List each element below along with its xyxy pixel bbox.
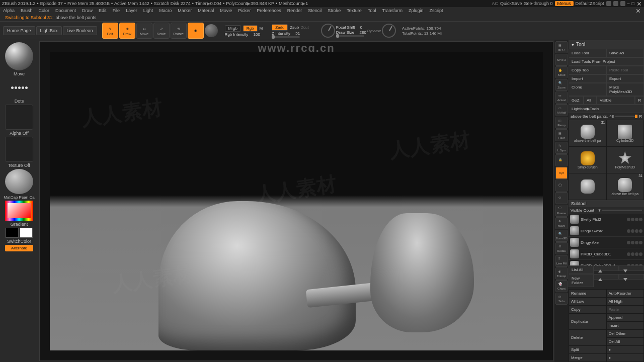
quicksave-button[interactable]: QuickSave [500,1,522,6]
goz-r-button[interactable]: R [635,96,644,105]
texture-selector[interactable] [5,137,33,162]
transp-button[interactable]: ◐Transp [555,267,568,280]
viewport[interactable]: www.rrcg.cn 人人素材 人人素材 人人素材 人人素材 [39,41,553,361]
zsub-button[interactable]: Zsub [290,25,299,30]
active-tool-line[interactable]: above the belt pants. 48 R [569,113,644,120]
move-down-button[interactable] [619,265,644,271]
menu-stroke[interactable]: Stroke [328,8,341,13]
menubar-close-icon[interactable] [635,8,641,14]
menu-texture[interactable]: Texture [347,8,362,13]
canvas[interactable] [50,52,543,350]
layout2-icon[interactable] [613,1,618,6]
zoom3d-button[interactable]: 🔍Zoom3D [555,230,568,242]
insert-button[interactable]: Insert [607,322,644,329]
subtool-row[interactable]: Skelly Fist2 [569,214,644,225]
material-selector[interactable] [5,169,33,194]
layout3-icon[interactable] [620,1,625,6]
menu-layer[interactable]: Layer [126,8,137,13]
all-low-button[interactable]: All Low [569,298,606,305]
default-zscript[interactable]: DefaultZScript [576,1,604,6]
menu-movie[interactable]: Movie [220,8,232,13]
fold-down-button[interactable] [619,274,644,280]
aahalf-button[interactable]: ▭AAHalf [555,104,568,116]
focal-shift-value[interactable]: 0 [360,25,362,30]
menu-brush[interactable]: Brush [21,8,33,13]
stroke-selector[interactable] [5,77,33,98]
menu-draw[interactable]: Draw [82,8,93,13]
duplicate-button[interactable]: Duplicate [569,314,606,329]
tool-cell-4[interactable] [569,173,606,200]
layout-icon[interactable] [606,1,611,6]
scroll-button[interactable]: ✋Scroll [555,66,568,78]
brush-selector[interactable] [5,42,33,70]
load-from-project-button[interactable]: Load Tools From Project [569,57,644,66]
linefill-button[interactable]: ≡Line Fill [555,255,568,267]
tool-cell-1[interactable]: Cylinder3D [607,120,644,146]
menu-picker[interactable]: Picker [238,8,251,13]
lightbox-tools-button[interactable]: Lightbox▶Tools [569,105,644,113]
floor-button[interactable]: ▦Floor [555,129,568,141]
lock-button[interactable]: 🔒 [555,154,568,166]
subtool-list[interactable]: Skelly Fist2 Dingy Sword Dingy Axe PM3D_… [569,214,644,265]
menu-macro[interactable]: Macro [159,8,172,13]
alpha-selector[interactable] [5,105,33,130]
move-mode-button[interactable]: ⇔Move [136,23,152,39]
menu-alpha[interactable]: Alpha [3,8,15,13]
draw-size-slider[interactable] [336,35,364,37]
frame-button[interactable]: ⛶Frame [555,205,568,217]
menu-stencil[interactable]: Stencil [308,8,321,13]
goz-button[interactable]: GoZ [569,96,584,105]
menu-transform[interactable]: Transform [382,8,403,13]
color-swatches[interactable] [6,228,33,238]
split-expand-icon[interactable]: ▸ [607,346,644,353]
load-tool-button[interactable]: Load Tool [569,49,606,57]
make-polymesh-button[interactable]: Make PolyMesh3D [606,83,644,96]
menu-render[interactable]: Render [287,8,302,13]
home-page-button[interactable]: Home Page [3,26,35,35]
gradient-label[interactable]: Gradient [11,222,28,227]
subtool-row[interactable]: PM3D_Cube3D2_1 [569,260,644,265]
alternate-button[interactable]: Alternate [5,245,33,251]
sculptris-icon[interactable] [205,24,218,37]
size-gauge-icon[interactable] [382,24,396,38]
draw-mode-button[interactable]: ✚Draw [119,23,135,39]
z-intensity-slider[interactable] [272,36,300,38]
menu-color[interactable]: Color [39,8,50,13]
menu-marker[interactable]: Marker [178,8,192,13]
solo-button[interactable]: ◎Solo [555,293,568,305]
menu-preferences[interactable]: Preferences [257,8,281,13]
del-other-button[interactable]: Del Other [607,330,644,337]
gizmo-button[interactable]: ◉ [188,23,204,39]
tool-cell-3[interactable]: PolyMesh3D [607,147,644,173]
zadd-button[interactable]: Zadd [272,24,288,31]
copy-tool-button[interactable]: Copy Tool [569,66,606,74]
paste-subtool-button[interactable]: Paste [607,306,644,313]
fold-up-button[interactable] [594,274,619,280]
live-boolean-button[interactable]: Live Boolean [63,26,97,35]
subtool-header[interactable]: Subtool [569,200,644,207]
seethrough-slider[interactable]: See-through 0 [524,1,552,6]
lightbox-button[interactable]: LightBox [36,26,62,35]
z-intensity-value[interactable]: 51 [295,31,300,36]
merge-expand-icon[interactable]: ▸ [607,354,644,361]
zoom-button[interactable]: 🔍Zoom [555,79,568,91]
focal-gauge-icon[interactable] [321,24,335,38]
xyz-button[interactable]: Xyz [555,167,568,179]
menu-zscript[interactable]: Zscript [430,8,443,13]
tool-cell-2[interactable]: SimpleBrush [569,147,606,173]
goz-visible-button[interactable]: Visible [597,96,635,105]
spix-button[interactable]: SPix 3 [555,54,568,66]
persp-button[interactable]: ◫Persp [555,117,568,129]
delete-button[interactable]: Delete [569,330,606,345]
menu-tool[interactable]: Tool [368,8,376,13]
import-button[interactable]: Import [569,74,606,83]
subtool-row[interactable]: Dingy Axe [569,237,644,248]
move-up-button[interactable] [594,265,619,271]
clone-button[interactable]: Clone [569,83,606,96]
actual-button[interactable]: ▭Actual [555,92,568,104]
subtool-row[interactable]: Dingy Sword [569,225,644,237]
paste-tool-button[interactable]: Paste Tool [606,66,644,74]
menu-zplugin[interactable]: Zplugin [409,8,424,13]
menu-file[interactable]: File [113,8,120,13]
menu-material[interactable]: Material [198,8,214,13]
